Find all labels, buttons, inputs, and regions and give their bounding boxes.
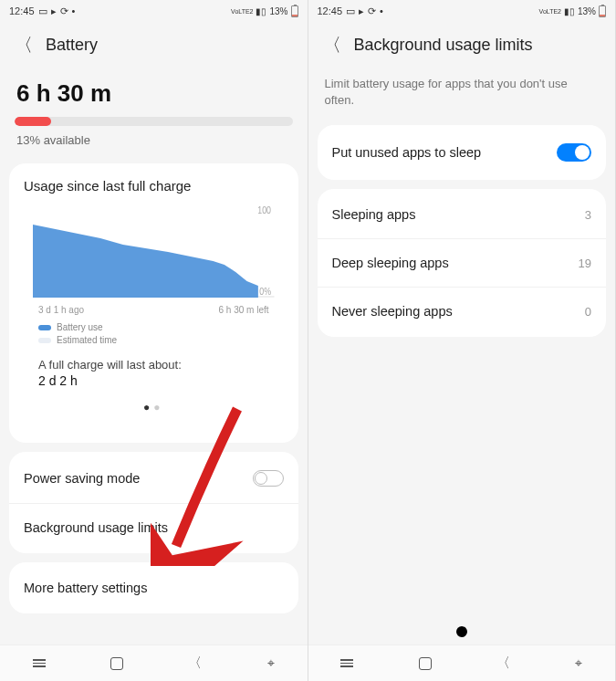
chart-x-left: 3 d 1 h ago <box>38 305 84 315</box>
nav-bar: 〈 ⌖ <box>0 644 308 681</box>
accessibility-icon[interactable]: ⌖ <box>267 655 275 671</box>
youtube-icon: ▸ <box>359 5 364 17</box>
legend-estimated: Estimated time <box>57 335 117 345</box>
battery-screen: 12:45 ▭ ▸ ⟳ • VoLTE2 ▮▯ 13% 〈 Battery 6 … <box>0 0 308 681</box>
power-saving-toggle[interactable] <box>253 470 284 487</box>
usage-card: Usage since last full charge 100 0% 3 d … <box>9 163 298 443</box>
legend-battery-use: Battery use <box>57 322 103 332</box>
accessibility-icon[interactable]: ⌖ <box>575 655 582 671</box>
power-saving-label: Power saving mode <box>24 471 140 486</box>
status-bar: 12:45 ▭ ▸ ⟳ • VoLTE2 ▮▯ 13% <box>0 0 308 22</box>
more-icon: • <box>380 5 383 16</box>
never-sleeping-count: 0 <box>585 305 591 319</box>
put-sleep-label: Put unused apps to sleep <box>332 145 482 160</box>
battery-icon <box>599 5 606 17</box>
put-sleep-row[interactable]: Put unused apps to sleep <box>318 125 607 180</box>
status-bar: 12:45 ▭ ▸ ⟳ • VoLTE2 ▮▯ 13% <box>308 0 616 22</box>
put-sleep-toggle[interactable] <box>557 143 591 162</box>
gallery-icon: ▭ <box>38 5 47 17</box>
battery-icon <box>291 5 298 17</box>
network-icon: VoLTE2 <box>231 8 253 15</box>
signal-icon: ▮▯ <box>256 6 266 16</box>
header: 〈 Battery <box>0 22 308 74</box>
never-sleeping-label: Never sleeping apps <box>332 304 453 319</box>
bg-limits-row[interactable]: Background usage limits <box>9 503 298 553</box>
svg-text:0%: 0% <box>259 286 271 297</box>
sleeping-apps-label: Sleeping apps <box>332 207 416 222</box>
sync-icon: ⟳ <box>368 5 376 17</box>
settings-card-2: More battery settings <box>9 562 298 613</box>
put-sleep-card: Put unused apps to sleep <box>318 125 607 180</box>
more-settings-label: More battery settings <box>24 581 147 595</box>
battery-pct: 13% <box>578 6 596 16</box>
full-charge-value: 2 d 2 h <box>33 372 275 397</box>
recents-icon[interactable] <box>33 659 46 667</box>
page-title: Background usage limits <box>354 36 533 55</box>
deep-sleeping-label: Deep sleeping apps <box>332 256 449 270</box>
apps-card: Sleeping apps 3 Deep sleeping apps 19 Ne… <box>318 189 607 337</box>
battery-progress <box>15 117 293 126</box>
home-icon[interactable] <box>419 657 432 670</box>
svg-marker-1 <box>33 225 258 298</box>
network-icon: VoLTE2 <box>539 8 561 15</box>
bg-limits-screen: 12:45 ▭ ▸ ⟳ • VoLTE2 ▮▯ 13% 〈 Background… <box>308 0 617 681</box>
settings-card-1: Power saving mode Background usage limit… <box>9 452 298 553</box>
deep-sleeping-count: 19 <box>579 257 591 270</box>
back-icon[interactable]: 〈 <box>15 33 33 58</box>
header: 〈 Background usage limits <box>308 22 616 74</box>
status-time: 12:45 <box>318 5 343 16</box>
power-saving-row[interactable]: Power saving mode <box>9 452 298 503</box>
deep-sleeping-row[interactable]: Deep sleeping apps 19 <box>318 238 607 287</box>
recents-icon[interactable] <box>340 659 353 667</box>
sleeping-apps-row[interactable]: Sleeping apps 3 <box>318 189 607 238</box>
home-icon[interactable] <box>110 657 123 670</box>
more-icon: • <box>72 5 76 16</box>
back-icon[interactable]: 〈 <box>323 33 341 58</box>
available-text: 13% available <box>9 126 298 163</box>
usage-card-title: Usage since last full charge <box>24 178 284 194</box>
bg-limits-label: Background usage limits <box>24 520 168 535</box>
nav-bar: 〈 ⌖ <box>308 644 616 681</box>
full-charge-label: A full charge will last about: <box>33 352 275 372</box>
gallery-icon: ▭ <box>346 5 355 17</box>
more-settings-row[interactable]: More battery settings <box>9 562 298 613</box>
back-nav-icon[interactable]: 〈 <box>496 655 510 672</box>
status-time: 12:45 <box>9 5 35 16</box>
page-title: Battery <box>46 36 98 55</box>
signal-icon: ▮▯ <box>564 6 575 16</box>
page-dots[interactable]: ●● <box>33 397 275 424</box>
svg-text:100: 100 <box>257 206 271 215</box>
sleeping-apps-count: 3 <box>585 208 591 222</box>
time-remaining: 6 h 30 m <box>9 74 298 117</box>
battery-pct: 13% <box>269 6 287 16</box>
usage-chart[interactable]: 100 0% 3 d 1 h ago 6 h 30 m left Battery… <box>24 194 284 428</box>
never-sleeping-row[interactable]: Never sleeping apps 0 <box>318 287 607 337</box>
youtube-icon: ▸ <box>51 5 57 17</box>
back-nav-icon[interactable]: 〈 <box>188 655 202 672</box>
chart-x-right: 6 h 30 m left <box>218 305 268 315</box>
screen-description: Limit battery usage for apps that you do… <box>308 74 616 125</box>
sync-icon: ⟳ <box>60 5 68 17</box>
assistant-dot-icon[interactable] <box>456 626 467 637</box>
